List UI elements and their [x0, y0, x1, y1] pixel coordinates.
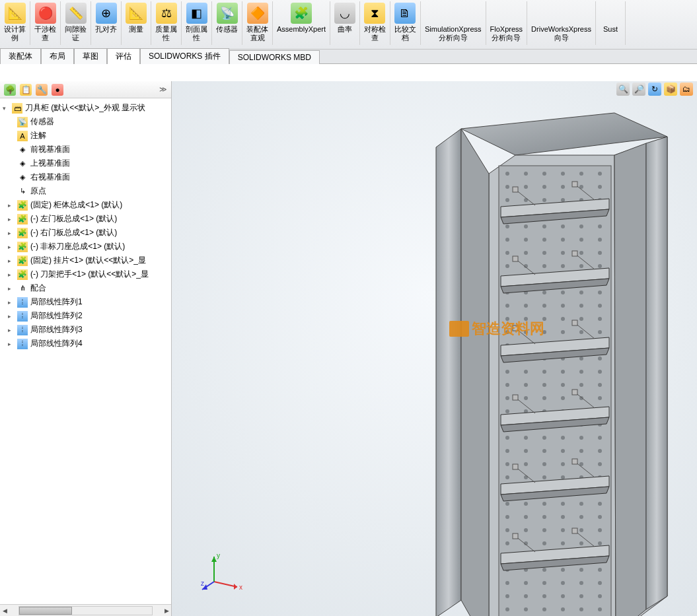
svg-point-70 — [598, 304, 602, 308]
tree-item[interactable]: ◈前视基准面 — [1, 143, 170, 156]
svg-point-167 — [505, 528, 509, 532]
expand-icon[interactable]: ▸ — [8, 271, 15, 278]
svg-rect-220 — [572, 251, 577, 256]
tree-item[interactable]: ▸⦙局部线性阵列3 — [1, 323, 170, 337]
tab-3[interactable]: 评估 — [107, 48, 140, 64]
feature-tree: ▾🗃刀具柜 (默认<<默认>_外观 显示状📡传感器A注解◈前视基准面◈上视基准面… — [0, 98, 171, 604]
tree-item[interactable]: ▸⋔配合 — [1, 281, 170, 295]
tree-item[interactable]: A注解 — [1, 129, 170, 143]
svg-point-10 — [598, 172, 602, 176]
ribbon-btn-0[interactable]: 📐设计算 例 — [0, 1, 30, 45]
ribbon-btn-6[interactable]: ◧剖面属 性 — [182, 1, 212, 45]
expand-icon[interactable]: ▸ — [8, 285, 15, 292]
ribbon-btn-10[interactable]: ◡曲率 — [330, 1, 360, 45]
config-manager-icon[interactable]: 🔧 — [36, 84, 48, 96]
svg-point-205 — [542, 607, 546, 611]
svg-point-64 — [598, 291, 602, 294]
tab-1[interactable]: 布局 — [41, 48, 74, 64]
tree-node-label: 局部线性阵列4 — [30, 338, 83, 349]
ribbon-btn-8[interactable]: 🔶装配体 直观 — [242, 1, 273, 45]
tree-node-icon: ⦙ — [17, 339, 28, 349]
expand-icon[interactable]: ▸ — [8, 341, 15, 347]
svg-point-202 — [598, 594, 602, 598]
svg-point-98 — [561, 370, 565, 374]
appearance-icon[interactable]: ● — [52, 84, 63, 96]
ribbon-btn-2[interactable]: 📏间隙验 证 — [61, 1, 91, 45]
tree-node-icon: ◈ — [17, 172, 28, 183]
ribbon-label: 设计算 例 — [4, 25, 26, 42]
tree-item[interactable]: ▾🗃刀具柜 (默认<<默认>_外观 显示状 — [1, 101, 170, 115]
expand-icon[interactable]: ▸ — [8, 216, 15, 222]
tree-hscrollbar[interactable]: ◀ ▶ — [0, 604, 171, 616]
expand-icon[interactable]: ▸ — [8, 327, 15, 333]
ribbon-btn-14[interactable]: FloXpress 分析向导 — [486, 1, 528, 45]
ribbon-btn-5[interactable]: ⚖质量属 性 — [151, 1, 182, 45]
svg-point-173 — [505, 541, 509, 545]
display-style-icon[interactable]: 🗂 — [680, 83, 693, 96]
tree-item[interactable]: ▸⦙局部线性阵列1 — [1, 295, 170, 309]
tree-item[interactable]: 📡传感器 — [1, 115, 170, 129]
tree-item[interactable]: ▸🧩(-) 右门板总成<1> (默认) — [1, 226, 170, 240]
graphics-viewport[interactable]: 🔍🔎↻📦🗂 — [172, 81, 697, 616]
ribbon-label: 传感器 — [216, 25, 238, 34]
tree-item[interactable]: ▸🧩(固定) 挂片<1> (默认<<默认>_显 — [1, 254, 170, 267]
svg-point-171 — [579, 528, 583, 532]
ribbon-icon: 🧩 — [291, 3, 312, 24]
svg-marker-248 — [646, 137, 667, 609]
tab-4[interactable]: SOLIDWORKS 插件 — [140, 48, 229, 64]
ribbon-btn-13[interactable]: SimulationXpress 分析向导 — [421, 1, 486, 45]
svg-point-104 — [561, 383, 565, 387]
tree-node-icon: 🧩 — [17, 228, 28, 238]
tree-item[interactable]: ▸⦙局部线性阵列2 — [1, 309, 170, 323]
ribbon-btn-11[interactable]: ⧗对称检 查 — [360, 1, 390, 45]
svg-marker-254 — [211, 557, 217, 562]
expand-icon[interactable]: ▸ — [8, 313, 15, 320]
svg-point-109 — [542, 396, 546, 400]
expand-icon[interactable]: ▸ — [8, 244, 15, 250]
svg-point-29 — [505, 224, 509, 228]
ribbon-btn-15[interactable]: DriveWorksXpress 向导 — [527, 1, 596, 45]
ribbon-btn-3[interactable]: ⊕孔对齐 — [91, 1, 122, 45]
svg-marker-245 — [436, 129, 461, 616]
tree-item[interactable]: ▸🧩(固定) 柜体总成<1> (默认) — [1, 198, 170, 212]
property-manager-icon[interactable]: 📋 — [20, 84, 32, 96]
svg-point-68 — [561, 304, 565, 308]
ribbon-btn-16[interactable]: Sust — [596, 1, 626, 45]
ribbon-btn-4[interactable]: 📐测量 — [122, 1, 151, 45]
tree-item[interactable]: ↳原点 — [1, 184, 170, 198]
zoom-fit-icon[interactable]: 🔍 — [616, 83, 630, 96]
svg-point-195 — [579, 581, 583, 585]
tree-item[interactable]: ◈右视基准面 — [1, 170, 170, 184]
ribbon-icon: 📐 — [5, 3, 26, 24]
svg-point-20 — [561, 198, 565, 202]
tab-5[interactable]: SOLIDWORKS MBD — [229, 50, 320, 64]
feature-tree-icon[interactable]: 🌳 — [4, 84, 16, 96]
svg-point-8 — [561, 172, 565, 176]
tree-item[interactable]: ◈上视基准面 — [1, 156, 170, 170]
svg-rect-219 — [513, 256, 518, 261]
tree-item[interactable]: ▸⦙局部线性阵列4 — [1, 337, 170, 351]
tree-item[interactable]: ▸🧩(-) 左门板总成<1> (默认) — [1, 212, 170, 226]
expand-icon[interactable]: ▸ — [8, 299, 15, 306]
expand-icon[interactable]: ▸ — [8, 230, 15, 236]
expand-icon[interactable]: ▾ — [3, 105, 9, 112]
ribbon-btn-1[interactable]: 🔴干涉检 查 — [30, 1, 61, 45]
ribbon-icon: ⧗ — [364, 3, 385, 24]
svg-point-75 — [579, 317, 583, 321]
ribbon-btn-12[interactable]: 🗎比较文 档 — [390, 1, 421, 45]
ribbon-btn-9[interactable]: 🧩AssemblyXpert — [273, 1, 330, 45]
svg-point-189 — [579, 568, 583, 572]
ribbon-btn-7[interactable]: 📡传感器 — [212, 1, 242, 45]
svg-marker-246 — [461, 129, 489, 616]
tree-item[interactable]: ▸🧩(-) 非标刀座总成<1> (默认) — [1, 240, 170, 254]
tree-item[interactable]: ▸🧩(-) 刀架把手<1> (默认<<默认>_显 — [1, 267, 170, 281]
expand-icon[interactable]: ▸ — [8, 202, 15, 209]
expand-icon[interactable]: ▸ — [8, 257, 15, 264]
tab-0[interactable]: 装配体 — [0, 48, 41, 64]
section-view-icon[interactable]: 📦 — [664, 83, 677, 96]
svg-point-207 — [579, 607, 583, 611]
view-rotate-icon[interactable]: ↻ — [648, 83, 661, 96]
zoom-area-icon[interactable]: 🔎 — [632, 83, 645, 96]
tab-2[interactable]: 草图 — [74, 48, 107, 64]
panel-collapse-icon[interactable]: ≫ — [159, 85, 167, 94]
